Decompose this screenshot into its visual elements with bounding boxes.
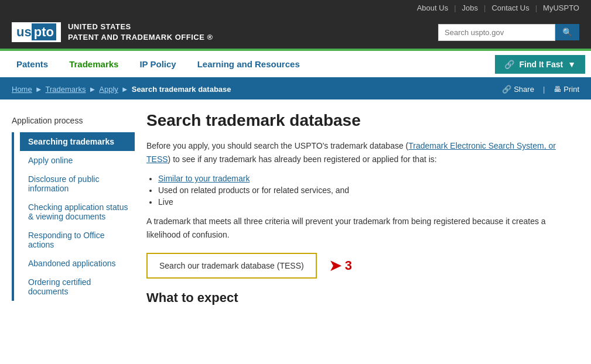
breadcrumb-bar: Home ► Trademarks ► Apply ► Search trade… [0, 79, 591, 99]
tess-search-button[interactable]: Search our trademark database (TESS) [146, 253, 317, 279]
sidebar-title: Application process [12, 111, 135, 130]
print-link[interactable]: 🖶 Print [554, 85, 579, 94]
logo-box[interactable]: uspto [12, 22, 61, 42]
sidebar: Application process Searching trademarks… [12, 111, 135, 305]
breadcrumb-home[interactable]: Home [12, 85, 32, 94]
tess-container: Search our trademark database (TESS) ➤ 3 [146, 253, 579, 279]
list-item-similar: Similar to your trademark [158, 174, 579, 183]
breadcrumb-apply[interactable]: Apply [99, 85, 118, 94]
criteria-list: Similar to your trademark Used on relate… [158, 174, 579, 207]
share-icon: 🔗 [502, 85, 511, 94]
breadcrumb: Home ► Trademarks ► Apply ► Search trade… [12, 85, 231, 94]
search-input[interactable] [438, 24, 555, 41]
header: uspto UNITED STATES PATENT AND TRADEMARK… [0, 16, 591, 49]
myuspto-link[interactable]: MyUSPTO [543, 4, 579, 12]
sidebar-item-responding[interactable]: Responding to Office actions [20, 226, 135, 254]
list-item-live: Live [158, 197, 579, 207]
logo-text-area: UNITED STATES PATENT AND TRADEMARK OFFIC… [68, 22, 213, 43]
jobs-link[interactable]: Jobs [462, 4, 478, 12]
sidebar-item-abandoned[interactable]: Abandoned applications [20, 254, 135, 273]
logo-line1: UNITED STATES [68, 22, 213, 32]
logo-text-pto: pto [32, 23, 56, 40]
share-link[interactable]: 🔗 Share [502, 85, 534, 94]
nav-right: 🔗 Find It Fast ▼ [495, 55, 585, 74]
nav-trademarks[interactable]: Trademarks [59, 51, 129, 79]
search-button[interactable]: 🔍 [555, 24, 579, 40]
logo-text-uspto: us [16, 25, 32, 39]
logo-area: uspto UNITED STATES PATENT AND TRADEMARK… [12, 22, 213, 43]
step-number-badge: 3 [345, 258, 352, 273]
search-area: 🔍 [438, 24, 579, 41]
arrow-annotation: ➤ 3 [329, 256, 352, 275]
logo-line2: PATENT AND TRADEMARK OFFICE ® [68, 32, 213, 43]
sidebar-nav: Searching trademarks Apply online Disclo… [12, 132, 135, 301]
chevron-down-icon: ▼ [568, 60, 576, 69]
sidebar-item-disclosure[interactable]: Disclosure of public information [20, 170, 135, 198]
content-area: Search trademark database Before you app… [146, 111, 579, 305]
sidebar-item-apply-online[interactable]: Apply online [20, 151, 135, 170]
page-title: Search trademark database [146, 111, 579, 130]
similar-trademark-link[interactable]: Similar to your trademark [158, 174, 250, 183]
criteria-paragraph: A trademark that meets all three criteri… [146, 215, 579, 241]
intro-paragraph: Before you apply, you should search the … [146, 139, 579, 166]
sidebar-item-searching-trademarks[interactable]: Searching trademarks [20, 132, 135, 151]
main-nav: Patents Trademarks IP Policy Learning an… [0, 51, 591, 79]
breadcrumb-current: Search trademark database [132, 85, 231, 94]
link-icon: 🔗 [504, 60, 514, 69]
sidebar-item-checking-status[interactable]: Checking application status & viewing do… [20, 198, 135, 226]
sidebar-item-ordering[interactable]: Ordering certified documents [20, 273, 135, 301]
print-icon: 🖶 [554, 85, 561, 94]
top-bar: About Us | Jobs | Contact Us | MyUSPTO [0, 0, 591, 16]
breadcrumb-trademarks[interactable]: Trademarks [46, 85, 86, 94]
find-it-fast-button[interactable]: 🔗 Find It Fast ▼ [495, 55, 585, 74]
list-item-related: Used on related products or for related … [158, 186, 579, 195]
nav-ip-policy[interactable]: IP Policy [129, 51, 186, 79]
nav-patents[interactable]: Patents [6, 51, 59, 79]
breadcrumb-actions: 🔗 Share | 🖶 Print [502, 85, 579, 94]
red-arrow-icon: ➤ [329, 256, 342, 275]
contact-us-link[interactable]: Contact Us [491, 4, 529, 12]
main-layout: Application process Searching trademarks… [0, 99, 591, 317]
what-to-expect-title: What to expect [146, 290, 579, 305]
nav-learning[interactable]: Learning and Resources [187, 51, 310, 79]
about-us-link[interactable]: About Us [417, 4, 448, 12]
